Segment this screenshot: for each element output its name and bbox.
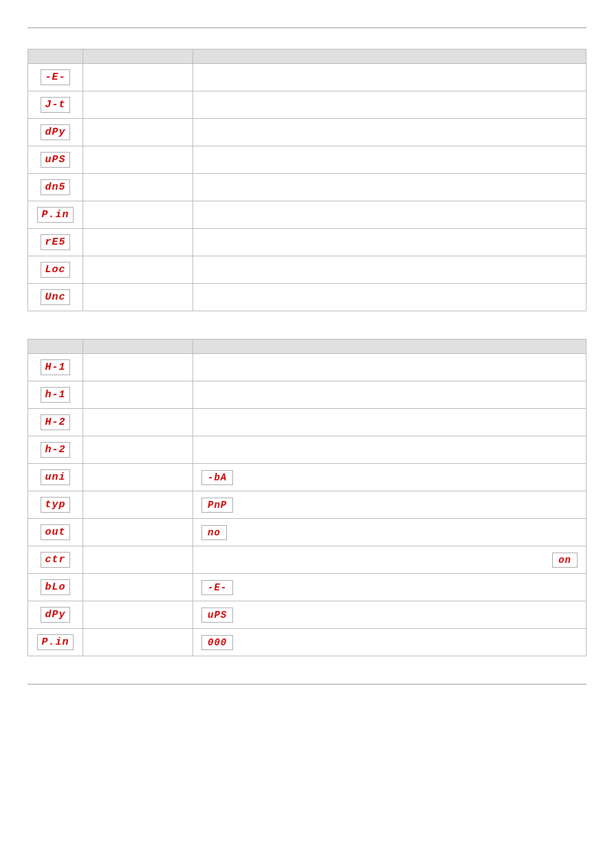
table-1-col2-cell <box>83 64 193 91</box>
table-1-col3-cell <box>193 91 586 119</box>
table-1-col3-cell <box>193 119 586 146</box>
table-2-header-col2 <box>83 340 193 354</box>
led-display: P.in <box>37 634 73 650</box>
table-row: dn5 <box>28 174 586 201</box>
table-2-code-cell: P.in <box>28 629 83 656</box>
table-row: dPy <box>28 119 586 146</box>
table-row: rE5 <box>28 229 586 256</box>
table-row: -E- <box>28 64 586 91</box>
table-2-code-cell: ctr <box>28 546 83 574</box>
led-display: Loc <box>41 262 69 278</box>
led-display: H-1 <box>41 359 69 375</box>
table-1-col2-cell <box>83 284 193 311</box>
value-badge: uPS <box>201 608 233 623</box>
table-2-col2-cell <box>83 464 193 491</box>
table-2-col3-cell: no <box>193 519 586 546</box>
table-1-col2-cell <box>83 146 193 174</box>
led-display: dPy <box>41 124 69 140</box>
table-2-col2-cell <box>83 546 193 574</box>
table-2-col3-cell: 000 <box>193 629 586 656</box>
table-1-code-cell: Unc <box>28 284 83 311</box>
table-2-col2-cell <box>83 519 193 546</box>
table-2-col2-cell <box>83 436 193 464</box>
table-row: dPyuPS <box>28 601 586 629</box>
table-row: Loc <box>28 256 586 284</box>
table-2-col2-cell <box>83 491 193 519</box>
table-row: P.in000 <box>28 629 586 656</box>
led-display: bLo <box>41 579 69 595</box>
table-1-col2-cell <box>83 91 193 119</box>
led-display: uni <box>41 469 69 485</box>
table-1-col3-cell <box>193 174 586 201</box>
table-row: bLo-E- <box>28 574 586 601</box>
table-1-code-cell: rE5 <box>28 229 83 256</box>
table-2-col3-cell: uPS <box>193 601 586 629</box>
led-display: typ <box>41 497 69 513</box>
table-row: H-2 <box>28 409 586 436</box>
table-1-col2-cell <box>83 119 193 146</box>
table-1: -E-J-tdPyuPSdn5P.inrE5LocUnc <box>28 49 586 311</box>
value-badge: no <box>201 525 227 540</box>
table-1-col3-cell <box>193 284 586 311</box>
led-display: J-t <box>41 97 69 113</box>
table-1-header-col2 <box>83 49 193 64</box>
led-display: ctr <box>41 552 69 568</box>
table-1-col2-cell <box>83 201 193 229</box>
table-1-header-row <box>28 49 586 64</box>
table-1-code-cell: P.in <box>28 201 83 229</box>
led-display: dPy <box>41 607 69 623</box>
table-row: P.in <box>28 201 586 229</box>
table-row: Unc <box>28 284 586 311</box>
table-2-col3-cell <box>193 354 586 381</box>
table-1-col3-cell <box>193 146 586 174</box>
led-display: rE5 <box>41 234 69 250</box>
table-2: H-1h-1H-2h-2uni-bAtypPnPoutnoctronbLo-E-… <box>28 339 586 656</box>
table-2-col3-cell <box>193 381 586 409</box>
table-2-code-cell: dPy <box>28 601 83 629</box>
value-badge: 000 <box>201 635 233 650</box>
table-row: H-1 <box>28 354 586 381</box>
table-1-col3-cell <box>193 256 586 284</box>
value-badge: PnP <box>201 498 233 513</box>
table-2-col3-cell: -bA <box>193 464 586 491</box>
table-1-col3-cell <box>193 64 586 91</box>
table-row: h-1 <box>28 381 586 409</box>
table-2-header-col3 <box>193 340 586 354</box>
table-2-code-cell: H-2 <box>28 409 83 436</box>
value-badge: -E- <box>201 580 233 595</box>
table-2-code-cell: H-1 <box>28 354 83 381</box>
top-rule <box>28 27 586 28</box>
led-display: out <box>41 524 69 540</box>
table-2-col3-cell: on <box>193 546 586 574</box>
table-1-code-cell: -E- <box>28 64 83 91</box>
table-row: uni-bA <box>28 464 586 491</box>
table-1-code-cell: J-t <box>28 91 83 119</box>
bottom-rule <box>28 684 586 685</box>
table-2-code-cell: uni <box>28 464 83 491</box>
table-row: h-2 <box>28 436 586 464</box>
led-display: Unc <box>41 289 69 305</box>
led-display: H-2 <box>41 414 69 430</box>
table-2-header-col1 <box>28 340 83 354</box>
table-1-col3-cell <box>193 201 586 229</box>
table-row: ctron <box>28 546 586 574</box>
table-2-code-cell: out <box>28 519 83 546</box>
table-row: outno <box>28 519 586 546</box>
table-2-col3-cell <box>193 409 586 436</box>
led-display: -E- <box>41 69 69 85</box>
table-row: typPnP <box>28 491 586 519</box>
table-2-col2-cell <box>83 409 193 436</box>
table-1-col3-cell <box>193 229 586 256</box>
table-2-col2-cell <box>83 601 193 629</box>
led-display: uPS <box>41 152 69 168</box>
table-2-col3-cell <box>193 436 586 464</box>
table-2-col2-cell <box>83 574 193 601</box>
table-2-code-cell: bLo <box>28 574 83 601</box>
page-wrapper: -E-J-tdPyuPSdn5P.inrE5LocUnc H-1h-1H-2h-… <box>0 0 614 712</box>
table-2-col2-cell <box>83 354 193 381</box>
table-1-col2-cell <box>83 174 193 201</box>
table-2-code-cell: h-2 <box>28 436 83 464</box>
table-2-col3-cell: PnP <box>193 491 586 519</box>
value-badge: -bA <box>201 470 233 485</box>
table-1-col2-cell <box>83 229 193 256</box>
